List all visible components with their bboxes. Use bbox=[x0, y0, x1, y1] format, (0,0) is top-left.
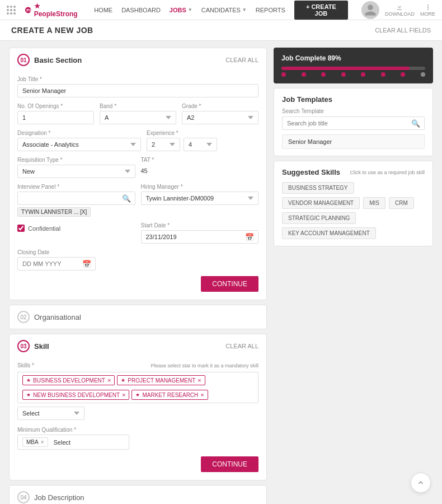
progress-dot-6 bbox=[381, 72, 385, 77]
suggested-skills-card: Suggested Skills Click to use as a requi… bbox=[274, 161, 433, 246]
progress-dot-8 bbox=[421, 72, 425, 77]
qual-tag-remove[interactable]: × bbox=[41, 439, 44, 445]
hiring-manager-label: Hiring Manager * bbox=[141, 184, 259, 190]
suggested-skill-0[interactable]: BUSINESS STRATEGY bbox=[282, 182, 354, 194]
skill-select[interactable]: Select bbox=[17, 407, 84, 420]
skill-section-title: Skill bbox=[34, 342, 49, 351]
nav-dashboard[interactable]: DASHBOARD bbox=[121, 7, 161, 13]
job-description-section[interactable]: 04 Job Description bbox=[9, 485, 267, 504]
qual-select[interactable]: Select bbox=[54, 439, 98, 446]
template-item[interactable]: Senior Manager bbox=[282, 134, 425, 149]
experience-label: Experience * bbox=[147, 130, 258, 136]
nav-home[interactable]: HOME bbox=[94, 7, 112, 13]
progress-dot-7 bbox=[401, 72, 405, 77]
nav-jobs[interactable]: JOBS ▼ bbox=[170, 7, 192, 13]
requisition-tat-row: Requisition Type * New Replacement TAT *… bbox=[17, 157, 258, 178]
organisational-num: 02 bbox=[17, 311, 30, 323]
interview-panel-input[interactable] bbox=[17, 192, 135, 205]
skill-tag-1[interactable]: ★ PROJECT MANAGEMENT × bbox=[117, 375, 205, 385]
skill-tag-2[interactable]: ★ NEW BUSINESS DEVELOPMENT × bbox=[22, 390, 129, 400]
progress-card: Job Complete 89% bbox=[274, 48, 433, 83]
suggested-skill-4[interactable]: STRATEGIC PLANNING bbox=[282, 212, 356, 224]
skill-tag-remove-1[interactable]: × bbox=[198, 377, 201, 384]
left-column: 01 Basic Section CLEAR ALL Job Title * N… bbox=[9, 48, 267, 504]
experience-from-select[interactable]: 2 1 3 bbox=[147, 138, 180, 151]
progress-bar bbox=[281, 67, 425, 70]
page-title: CREATE A NEW JOB bbox=[11, 26, 93, 35]
skill-tag-remove-0[interactable]: × bbox=[107, 377, 111, 384]
closing-date-label: Closing Date bbox=[17, 249, 258, 255]
search-template-icon: 🔍 bbox=[411, 119, 420, 128]
start-date-label: Start Date * bbox=[141, 222, 259, 228]
organisational-section[interactable]: 02 Organisational bbox=[9, 305, 267, 329]
suggested-skills-hint: Click to use as a required job skill bbox=[350, 170, 425, 175]
skill-section-card: 03 Skill CLEAR ALL Skills * Please selec… bbox=[9, 334, 267, 480]
scroll-to-top-button[interactable] bbox=[411, 473, 431, 493]
suggested-skill-2[interactable]: MIS bbox=[363, 197, 385, 209]
nav-candidates[interactable]: CANDIDATES ▼ bbox=[201, 7, 247, 13]
basic-clear-button[interactable]: CLEAR ALL bbox=[225, 57, 258, 63]
experience-to-select[interactable]: 4 5 6 bbox=[184, 138, 217, 151]
basic-section-header: 01 Basic Section CLEAR ALL bbox=[10, 48, 266, 72]
requisition-select[interactable]: New Replacement bbox=[17, 165, 135, 178]
suggested-skill-5[interactable]: KEY ACCOUNT MANAGEMENT bbox=[282, 227, 376, 239]
suggested-skill-1[interactable]: VENDOR MANAGEMENT bbox=[282, 197, 360, 209]
main-layout: 01 Basic Section CLEAR ALL Job Title * N… bbox=[0, 41, 442, 504]
panel-tag: TYWIN LANNISTER ... [X] bbox=[17, 207, 91, 217]
download-icon[interactable]: DOWNLOAD bbox=[385, 3, 415, 17]
tat-value: 45 bbox=[141, 165, 259, 177]
suggested-skill-3[interactable]: CRM bbox=[389, 197, 414, 209]
skill-section-body: Skills * Please select star to mark it a… bbox=[10, 358, 266, 480]
hiring-manager-select[interactable]: Tywin Lannister-DM0009 bbox=[141, 192, 259, 205]
skill-section-header: 03 Skill CLEAR ALL bbox=[10, 334, 266, 358]
search-template-container: 🔍 bbox=[282, 116, 425, 130]
skill-tag-0[interactable]: ★ BUSINESS DEVELOPMENT × bbox=[22, 375, 115, 385]
basic-section-card: 01 Basic Section CLEAR ALL Job Title * N… bbox=[9, 48, 267, 300]
job-title-input[interactable] bbox=[17, 84, 258, 97]
openings-band-grade-row: No. Of Openings * Band * A B C Grade * bbox=[17, 103, 258, 124]
skill-tag-label-1: PROJECT MANAGEMENT bbox=[128, 377, 195, 384]
progress-dot-3 bbox=[321, 72, 326, 77]
min-qual-label: Minimum Qualification * bbox=[17, 427, 258, 433]
skill-tag-remove-2[interactable]: × bbox=[122, 391, 125, 398]
nav-reports[interactable]: REPORTS bbox=[256, 7, 285, 13]
clear-all-fields-button[interactable]: CLEAR ALL FIELDS bbox=[375, 27, 431, 34]
job-description-num: 04 bbox=[17, 491, 30, 503]
skill-clear-button[interactable]: CLEAR ALL bbox=[225, 343, 258, 349]
progress-dot-1 bbox=[281, 72, 286, 77]
skills-hint: Please select star to mark it as a manda… bbox=[151, 363, 258, 368]
start-date-input[interactable] bbox=[141, 230, 259, 244]
suggested-skills-title: Suggested Skills bbox=[282, 168, 340, 176]
openings-label: No. Of Openings * bbox=[17, 103, 94, 109]
search-template-label: Search Template bbox=[282, 108, 425, 114]
job-templates-title: Job Templates bbox=[282, 95, 425, 104]
top-nav: PS ★ PeopleStrong HOME DASHBOARD JOBS ▼ … bbox=[0, 0, 442, 20]
create-job-button[interactable]: + CREATE JOB bbox=[294, 1, 348, 20]
skills-label: Skills * bbox=[17, 362, 34, 368]
search-icon: 🔍 bbox=[122, 194, 131, 203]
requisition-label: Requisition Type * bbox=[17, 157, 135, 163]
band-select[interactable]: A B C bbox=[100, 111, 176, 124]
confidential-checkbox[interactable] bbox=[17, 225, 25, 232]
qual-tag: MBA × bbox=[22, 437, 48, 447]
search-template-input[interactable] bbox=[282, 116, 425, 130]
right-column: Job Complete 89% Job Templates Search Te… bbox=[274, 48, 433, 504]
svg-text:PS: PS bbox=[26, 7, 31, 12]
skill-tag-3[interactable]: ★ MARKET RESEARCH × bbox=[131, 390, 208, 400]
suggested-skill-tags: BUSINESS STRATEGY VENDOR MANAGEMENT MIS … bbox=[282, 182, 425, 239]
designation-select[interactable]: Associate - Analytics bbox=[17, 138, 141, 151]
organisational-title: Organisational bbox=[34, 313, 81, 321]
skill-tag-remove-3[interactable]: × bbox=[200, 391, 204, 398]
basic-continue-button[interactable]: CONTINUE bbox=[201, 276, 258, 292]
basic-section-title: Basic Section bbox=[34, 56, 82, 64]
progress-fill bbox=[281, 67, 410, 70]
skill-tag-label-2: NEW BUSINESS DEVELOPMENT bbox=[33, 392, 120, 398]
openings-input[interactable] bbox=[17, 111, 94, 124]
grid-icon[interactable] bbox=[7, 6, 16, 15]
skill-tag-label-3: MARKET RESEARCH bbox=[142, 392, 198, 398]
more-icon[interactable]: MORE bbox=[420, 3, 435, 17]
skill-continue-button[interactable]: CONTINUE bbox=[201, 456, 258, 472]
job-description-title: Job Description bbox=[34, 493, 84, 502]
grade-select[interactable]: A2 A1 B1 bbox=[182, 111, 258, 124]
designation-label: Designation * bbox=[17, 130, 141, 136]
